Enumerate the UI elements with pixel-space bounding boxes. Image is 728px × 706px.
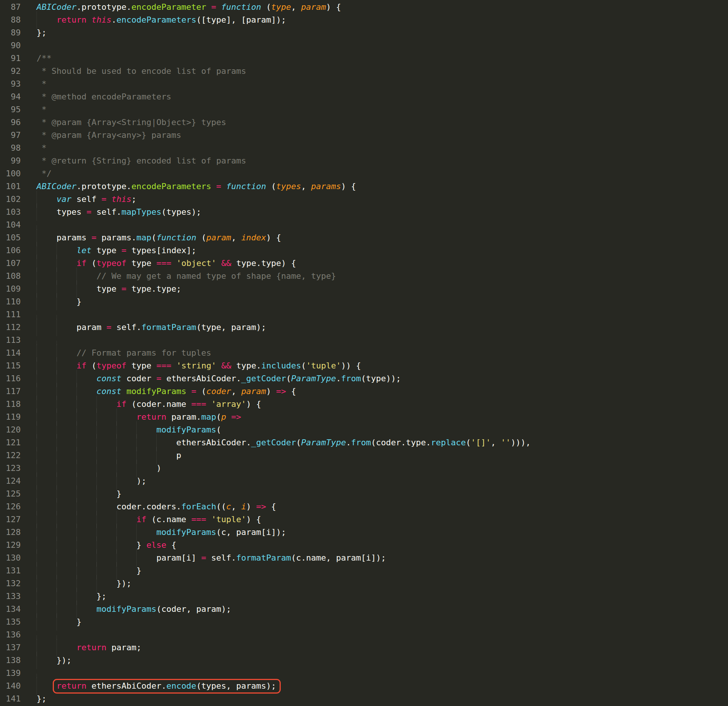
line-number[interactable]: 138 [0,654,21,667]
code-line[interactable]: 100 */ [0,167,728,180]
code-line[interactable]: 105 params = params.map(function (param,… [0,231,728,244]
line-number[interactable]: 134 [0,603,21,616]
code-line[interactable]: 110 } [0,295,728,308]
line-number[interactable]: 105 [0,231,21,244]
code-line[interactable]: 111 [0,308,728,321]
code-line[interactable]: 94 * @method encodeParameters [0,90,728,103]
code-line[interactable]: 119 return param.map(p => [0,411,728,423]
line-number[interactable]: 114 [0,347,21,359]
line-number[interactable]: 133 [0,590,21,603]
line-number[interactable]: 124 [0,475,21,487]
line-number[interactable]: 88 [0,14,21,26]
line-number[interactable]: 104 [0,219,21,231]
line-number[interactable]: 117 [0,385,21,398]
line-number[interactable]: 110 [0,295,21,308]
line-number[interactable]: 89 [0,26,21,39]
line-number[interactable]: 127 [0,513,21,526]
code-line[interactable]: 136 [0,628,728,641]
code-line[interactable]: 128 modifyParams(c, param[i]); [0,526,728,539]
line-number[interactable]: 91 [0,52,21,65]
line-number[interactable]: 107 [0,257,21,270]
code-line[interactable]: 135 } [0,616,728,628]
line-number[interactable]: 129 [0,539,21,552]
code-line[interactable]: 109 type = type.type; [0,283,728,295]
code-line[interactable]: 108 // We may get a named type of shape … [0,270,728,283]
line-number[interactable]: 115 [0,359,21,372]
code-line[interactable]: 124 ); [0,475,728,487]
line-number[interactable]: 135 [0,616,21,628]
code-line[interactable]: 104 [0,219,728,231]
code-line[interactable]: 98 * [0,142,728,154]
line-number[interactable]: 108 [0,270,21,283]
line-number[interactable]: 99 [0,154,21,167]
code-line[interactable]: 103 types = self.mapTypes(types); [0,206,728,219]
line-number[interactable]: 126 [0,500,21,513]
line-number[interactable]: 118 [0,398,21,411]
code-line[interactable]: 131 } [0,564,728,577]
line-number[interactable]: 140 [0,680,21,692]
line-number[interactable]: 95 [0,103,21,116]
code-line[interactable]: 134 modifyParams(coder, param); [0,603,728,616]
line-number[interactable]: 100 [0,167,21,180]
code-line[interactable]: 138 }); [0,654,728,667]
code-line[interactable]: 132 }); [0,577,728,590]
line-number[interactable]: 96 [0,116,21,129]
code-line[interactable]: 123 ) [0,462,728,475]
line-number[interactable]: 112 [0,321,21,334]
code-line[interactable]: 97 * @param {Array<any>} params [0,129,728,142]
code-line[interactable]: 102 var self = this; [0,193,728,206]
code-line[interactable]: 88 return this.encodeParameters([type], … [0,14,728,26]
code-line[interactable]: 127 if (c.name === 'tuple') { [0,513,728,526]
line-number[interactable]: 106 [0,244,21,257]
code-line[interactable]: 112 param = self.formatParam(type, param… [0,321,728,334]
code-line[interactable]: 107 if (typeof type === 'object' && type… [0,257,728,270]
code-line[interactable]: 125 } [0,487,728,500]
line-number[interactable]: 122 [0,449,21,462]
code-line[interactable]: 121 ethersAbiCoder._getCoder(ParamType.f… [0,436,728,449]
line-number[interactable]: 109 [0,283,21,295]
code-line[interactable]: 89}; [0,26,728,39]
line-number[interactable]: 102 [0,193,21,206]
line-number[interactable]: 132 [0,577,21,590]
line-number[interactable]: 123 [0,462,21,475]
code-line[interactable]: 118 if (coder.name === 'array') { [0,398,728,411]
code-line[interactable]: 129 } else { [0,539,728,552]
code-line[interactable]: 114 // Format params for tuples [0,347,728,359]
line-number[interactable]: 93 [0,78,21,90]
line-number[interactable]: 121 [0,436,21,449]
line-number[interactable]: 90 [0,39,21,52]
line-number[interactable]: 97 [0,129,21,142]
line-number[interactable]: 119 [0,411,21,423]
line-number[interactable]: 111 [0,308,21,321]
code-line[interactable]: 133 }; [0,590,728,603]
line-number[interactable]: 103 [0,206,21,219]
line-number[interactable]: 116 [0,372,21,385]
code-line[interactable]: 139 [0,667,728,680]
line-number[interactable]: 141 [0,692,21,705]
line-number[interactable]: 137 [0,641,21,654]
code-line[interactable]: 126 coder.coders.forEach((c, i) => { [0,500,728,513]
code-line[interactable]: 101ABICoder.prototype.encodeParameters =… [0,180,728,193]
code-line[interactable]: 115 if (typeof type === 'string' && type… [0,359,728,372]
code-line[interactable]: 87ABICoder.prototype.encodeParameter = f… [0,1,728,14]
code-line[interactable]: 96 * @param {Array<String|Object>} types [0,116,728,129]
code-line[interactable]: 122 p [0,449,728,462]
code-line[interactable]: 130 param[i] = self.formatParam(c.name, … [0,552,728,564]
code-line[interactable]: 113 [0,334,728,347]
code-line[interactable]: 93 * [0,78,728,90]
code-line[interactable]: 137 return param; [0,641,728,654]
line-number[interactable]: 101 [0,180,21,193]
code-line[interactable]: 92 * Should be used to encode list of pa… [0,65,728,78]
code-line[interactable]: 91/** [0,52,728,65]
code-line[interactable]: 95 * [0,103,728,116]
code-line[interactable]: 90 [0,39,728,52]
line-number[interactable]: 120 [0,423,21,436]
line-number[interactable]: 139 [0,667,21,680]
line-number[interactable]: 98 [0,142,21,154]
line-number[interactable]: 87 [0,1,21,14]
line-number[interactable]: 94 [0,90,21,103]
code-line[interactable]: 116 const coder = ethersAbiCoder._getCod… [0,372,728,385]
line-number[interactable]: 125 [0,487,21,500]
line-number[interactable]: 130 [0,552,21,564]
line-number[interactable]: 128 [0,526,21,539]
